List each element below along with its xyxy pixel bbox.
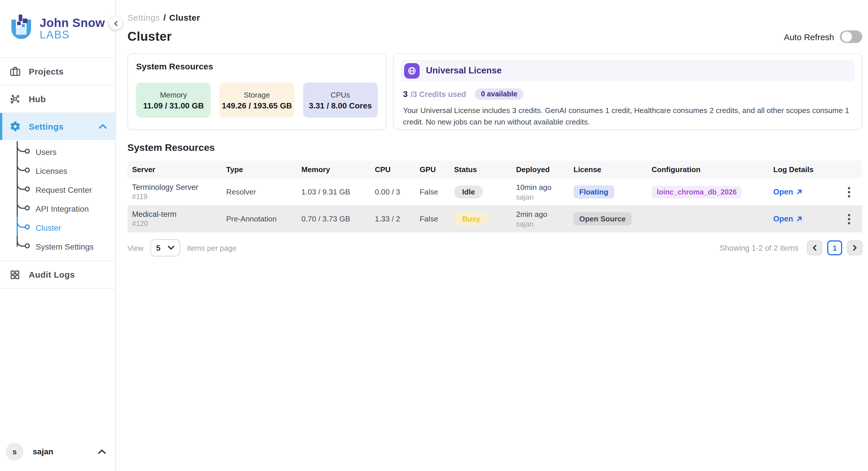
hub-network-icon: [9, 93, 21, 105]
deployed-cell: 10min ago sajan: [512, 183, 569, 201]
column-header-configuration: Configuration: [647, 165, 769, 174]
sidebar-item-licenses[interactable]: Licenses: [0, 161, 115, 180]
status-badge: Busy: [454, 212, 489, 226]
brand-wordmark: John Snow LABS: [40, 16, 105, 41]
credits-summary: 3 /3 Credits used 0 available: [403, 88, 855, 100]
gpu-cell: False: [415, 188, 450, 196]
column-header-server: Server: [127, 165, 222, 174]
sidebar-item-label: Licenses: [36, 166, 67, 175]
configuration-badge[interactable]: loinc_chroma_db_2026: [652, 186, 742, 198]
tile-label: Storage: [244, 90, 270, 99]
memory-tile: Memory 11.09 / 31.00 GB: [136, 82, 211, 117]
row-actions-kebab-icon[interactable]: [846, 184, 852, 199]
page-size-select[interactable]: 5: [150, 239, 180, 257]
page-title: Cluster: [127, 29, 172, 44]
license-description: Your Universal License includes 3 credit…: [403, 105, 855, 127]
server-cell: Terminology Server #119: [127, 183, 222, 201]
license-card-header: Universal License: [401, 60, 855, 81]
table-header-row: Server Type Memory CPU GPU Status Deploy…: [127, 161, 862, 178]
previous-page-button[interactable]: [807, 240, 822, 255]
sidebar-item-system-settings[interactable]: System Settings: [0, 237, 115, 256]
type-cell: Resolver: [222, 188, 297, 196]
sidebar-item-request-center[interactable]: Request Center: [0, 180, 115, 199]
column-header-memory: Memory: [297, 165, 370, 174]
chevron-right-icon: [852, 245, 857, 251]
toggle-knob: [842, 32, 852, 42]
page-header: Cluster Auto Refresh: [127, 29, 862, 44]
auto-refresh-toggle[interactable]: [840, 30, 862, 43]
column-header-log-details: Log Details: [769, 165, 836, 174]
arrow-up-right-icon: [796, 216, 802, 222]
chevron-up-icon: [99, 124, 107, 129]
summary-cards: System Resources Memory 11.09 / 31.00 GB…: [127, 53, 862, 130]
system-resources-card: System Resources Memory 11.09 / 31.00 GB…: [127, 53, 386, 130]
credits-used-count: 3: [403, 90, 408, 99]
open-logs-link[interactable]: Open: [773, 188, 802, 196]
sidebar-item-api-integration[interactable]: API Integration: [0, 199, 115, 218]
sidebar-item-label: Users: [36, 147, 57, 156]
sidebar-item-label: Audit Logs: [29, 270, 75, 279]
page-number-button[interactable]: 1: [827, 240, 842, 255]
chevron-up-icon: [98, 449, 106, 454]
tile-value: 11.09 / 31.00 GB: [143, 101, 204, 110]
breadcrumb-parent[interactable]: Settings: [127, 12, 160, 22]
gear-icon: [9, 120, 21, 133]
user-menu[interactable]: s sajan: [0, 435, 115, 471]
sidebar-item-users[interactable]: Users: [0, 142, 115, 161]
sidebar-item-audit-logs[interactable]: Audit Logs: [0, 261, 115, 288]
log-details-cell: Open: [769, 214, 836, 223]
brand-logo[interactable]: John Snow LABS: [0, 0, 115, 57]
active-indicator-bar: [0, 113, 2, 140]
tile-label: CPUs: [331, 90, 350, 99]
items-per-page-label: items per page: [187, 243, 237, 252]
tile-label: Memory: [160, 90, 187, 99]
tree-connector: [17, 141, 25, 152]
row-actions-kebab-icon[interactable]: [846, 211, 852, 226]
cpus-tile: CPUs 3.31 / 8.00 Cores: [303, 82, 378, 117]
avatar: s: [6, 443, 24, 460]
server-name: Terminology Server: [132, 183, 222, 192]
sidebar-item-projects[interactable]: Projects: [0, 58, 115, 85]
divider: [0, 288, 115, 289]
sidebar-collapse-button[interactable]: [109, 16, 122, 30]
license-card-title: Universal License: [426, 65, 502, 76]
universal-license-card: Universal License 3 /3 Credits used 0 av…: [393, 53, 862, 130]
globe-icon: [404, 63, 420, 78]
auto-refresh-control: Auto Refresh: [784, 30, 862, 43]
column-header-license: License: [569, 165, 647, 174]
configuration-cell: loinc_chroma_db_2026: [647, 186, 769, 198]
credits-available-badge: 0 available: [475, 88, 524, 100]
showing-count-label: Showing 1-2 of 2 items: [720, 243, 799, 252]
chevron-left-icon: [812, 245, 817, 251]
type-cell: Pre-Annotation: [222, 214, 297, 223]
sidebar-item-cluster[interactable]: Cluster: [0, 218, 115, 237]
auto-refresh-label: Auto Refresh: [784, 32, 834, 42]
open-logs-link[interactable]: Open: [773, 214, 802, 223]
status-cell: Busy: [450, 212, 512, 226]
tree-connector: [17, 160, 25, 171]
sidebar-item-label: Cluster: [36, 223, 61, 232]
tree-connector: [17, 198, 25, 209]
open-logs-label: Open: [773, 214, 793, 223]
cpu-cell: 0.00 / 3: [370, 188, 415, 196]
server-cell: Medical-term #120: [127, 210, 222, 228]
tree-connector: [17, 179, 25, 190]
sidebar-item-hub[interactable]: Hub: [0, 86, 115, 112]
brand-line1: John Snow: [40, 16, 105, 29]
status-badge: Idle: [454, 185, 483, 199]
sidebar-item-settings[interactable]: Settings: [0, 113, 115, 140]
next-page-button[interactable]: [847, 240, 862, 255]
server-id: #119: [132, 193, 222, 201]
license-cell: Open Source: [569, 212, 647, 226]
column-header-type: Type: [222, 165, 297, 174]
table-row: Terminology Server #119 Resolver 1.03 / …: [127, 178, 862, 205]
sidebar-item-label: Settings: [29, 122, 64, 131]
breadcrumb-current: Cluster: [169, 12, 200, 22]
license-cell: Floating: [569, 185, 647, 199]
sidebar-item-label: Request Center: [36, 185, 92, 194]
deployed-time: 2min ago: [516, 210, 569, 218]
brand-line2: LABS: [40, 29, 105, 41]
sidebar-item-label: System Settings: [36, 242, 94, 251]
server-name: Medical-term: [132, 210, 222, 218]
open-logs-label: Open: [773, 188, 793, 196]
